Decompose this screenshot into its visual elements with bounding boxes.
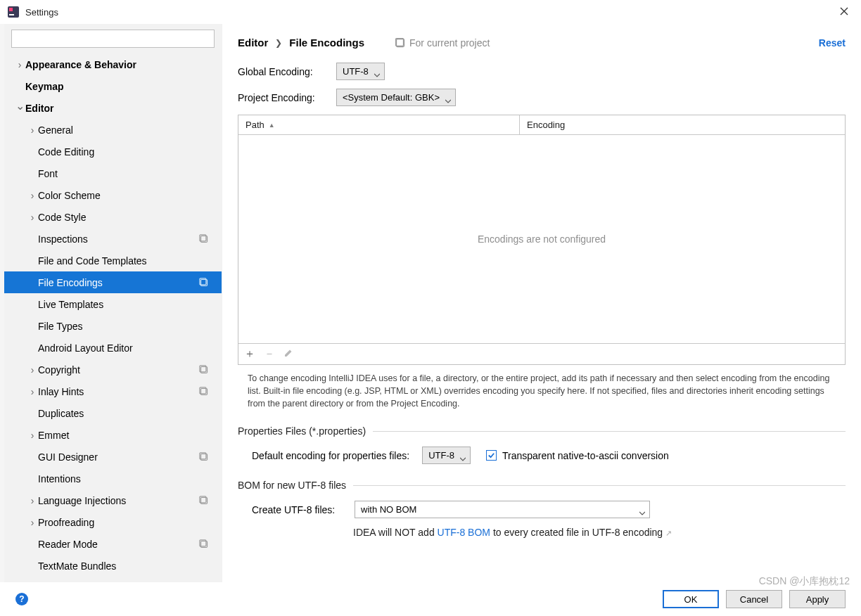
chevron-right-icon: › — [27, 212, 38, 223]
apply-button[interactable]: Apply — [789, 590, 846, 608]
sidebar-item-keymap[interactable]: Keymap — [4, 75, 222, 97]
breadcrumb-parent[interactable]: Editor — [238, 37, 268, 49]
sidebar-item-label: Intentions — [38, 473, 81, 485]
sidebar-item-label: File Types — [38, 321, 83, 332]
column-header-path[interactable]: Path ▲ — [238, 115, 520, 134]
sidebar-item-label: Emmet — [38, 430, 69, 441]
breadcrumb-separator-icon: ❯ — [275, 38, 282, 48]
sidebar-item-label: File and Code Templates — [38, 255, 147, 267]
global-encoding-label: Global Encoding: — [238, 66, 336, 77]
svg-rect-1 — [9, 8, 13, 11]
reset-link[interactable]: Reset — [819, 37, 846, 49]
create-utf8-label: Create UTF-8 files: — [252, 504, 342, 515]
sidebar-item-label: File Encodings — [38, 277, 103, 288]
settings-content: Editor ❯ File Encodings For current proj… — [222, 24, 861, 582]
project-scope-icon — [199, 278, 209, 288]
sidebar-item-duplicates[interactable]: Duplicates — [4, 402, 222, 424]
project-scope-icon — [199, 234, 209, 244]
sidebar-item-code-style[interactable]: ›Code Style — [4, 206, 222, 228]
sidebar-item-label: GUI Designer — [38, 451, 98, 463]
sidebar-item-inspections[interactable]: Inspections — [4, 228, 222, 250]
sidebar-item-label: Language Injections — [38, 495, 126, 506]
bom-info-text: IDEA will NOT add UTF-8 BOM to every cre… — [353, 527, 846, 538]
remove-button: － — [264, 347, 275, 361]
edit-button — [283, 348, 293, 361]
chevron-right-icon: › — [27, 386, 38, 397]
sidebar-item-reader-mode[interactable]: Reader Mode — [4, 533, 222, 555]
sidebar-item-textmate-bundles[interactable]: TextMate Bundles — [4, 555, 222, 577]
chevron-right-icon: › — [27, 190, 38, 201]
project-scope-icon — [199, 539, 209, 549]
external-link-icon: ↗ — [665, 529, 672, 537]
sidebar-item-editor[interactable]: ⌄Editor — [4, 97, 222, 119]
sidebar-item-label: Code Style — [38, 212, 86, 223]
sidebar-item-color-scheme[interactable]: ›Color Scheme — [4, 184, 222, 206]
sidebar-item-label: Proofreading — [38, 517, 94, 528]
sidebar-item-appearance-behavior[interactable]: ›Appearance & Behavior — [4, 53, 222, 75]
properties-section-header: Properties Files (*.properties) — [238, 425, 366, 437]
column-header-encoding[interactable]: Encoding — [520, 115, 845, 134]
settings-sidebar: ›Appearance & BehaviorKeymap⌄Editor›Gene… — [4, 24, 222, 582]
create-utf8-select[interactable]: with NO BOM — [355, 501, 650, 518]
sidebar-item-live-templates[interactable]: Live Templates — [4, 293, 222, 315]
dialog-footer: ? OK Cancel Apply — [0, 582, 861, 616]
project-scope-icon — [395, 38, 405, 48]
sidebar-item-label: General — [38, 124, 73, 136]
sort-asc-icon: ▲ — [269, 122, 275, 129]
project-scope-icon — [199, 496, 209, 506]
close-icon[interactable] — [834, 3, 854, 21]
sidebar-item-font[interactable]: Font — [4, 162, 222, 184]
sidebar-item-android-layout-editor[interactable]: Android Layout Editor — [4, 337, 222, 359]
sidebar-item-intentions[interactable]: Intentions — [4, 468, 222, 489]
properties-encoding-label: Default encoding for properties files: — [252, 450, 409, 461]
ok-button[interactable]: OK — [663, 590, 719, 608]
chevron-down-icon — [445, 96, 451, 101]
sidebar-item-label: Inspections — [38, 233, 88, 245]
encoding-description: To change encoding IntelliJ IDEA uses fo… — [238, 372, 846, 410]
sidebar-item-label: Code Editing — [38, 146, 94, 158]
chevron-right-icon: › — [27, 124, 38, 136]
chevron-down-icon — [460, 454, 466, 459]
cancel-button[interactable]: Cancel — [726, 590, 782, 608]
sidebar-item-label: Android Layout Editor — [38, 342, 133, 354]
utf8-bom-link[interactable]: UTF-8 BOM — [438, 527, 490, 538]
app-icon — [7, 6, 20, 18]
project-encoding-label: Project Encoding: — [238, 92, 336, 103]
sidebar-item-file-types[interactable]: File Types — [4, 315, 222, 337]
add-button[interactable]: ＋ — [244, 347, 255, 361]
sidebar-item-label: Color Scheme — [38, 190, 101, 201]
sidebar-item-code-editing[interactable]: Code Editing — [4, 141, 222, 162]
properties-encoding-select[interactable]: UTF-8 — [422, 447, 471, 464]
bom-section-header: BOM for new UTF-8 files — [238, 480, 346, 491]
sidebar-item-label: TextMate Bundles — [38, 560, 116, 572]
sidebar-item-gui-designer[interactable]: GUI Designer — [4, 446, 222, 468]
sidebar-item-file-encodings[interactable]: File Encodings — [4, 271, 222, 293]
sidebar-item-proofreading[interactable]: ›Proofreading — [4, 511, 222, 533]
transparent-ascii-checkbox[interactable] — [486, 450, 497, 461]
global-encoding-select[interactable]: UTF-8 — [336, 63, 385, 80]
sidebar-item-label: Font — [38, 168, 58, 179]
sidebar-item-label: Copyright — [38, 364, 80, 376]
sidebar-item-copyright[interactable]: ›Copyright — [4, 359, 222, 380]
chevron-down-icon: ⌄ — [14, 99, 25, 113]
help-button[interactable]: ? — [15, 593, 28, 605]
for-current-project-label: For current project — [395, 37, 490, 49]
project-encoding-select[interactable]: <System Default: GBK> — [336, 89, 456, 106]
chevron-right-icon: › — [27, 430, 38, 441]
sidebar-item-emmet[interactable]: ›Emmet — [4, 424, 222, 446]
encodings-table: Path ▲ Encoding Encodings are not config… — [238, 115, 846, 365]
sidebar-item-general[interactable]: ›General — [4, 119, 222, 141]
chevron-right-icon: › — [14, 59, 25, 70]
chevron-right-icon: › — [27, 517, 38, 528]
sidebar-item-inlay-hints[interactable]: ›Inlay Hints — [4, 380, 222, 402]
sidebar-item-language-injections[interactable]: ›Language Injections — [4, 489, 222, 511]
sidebar-item-label: Keymap — [25, 81, 63, 92]
chevron-down-icon — [374, 70, 380, 75]
sidebar-item-file-and-code-templates[interactable]: File and Code Templates — [4, 250, 222, 271]
window-title: Settings — [25, 7, 58, 18]
chevron-right-icon: › — [27, 495, 38, 506]
search-input[interactable] — [11, 30, 215, 48]
transparent-ascii-label: Transparent native-to-ascii conversion — [502, 450, 669, 461]
breadcrumb-current: File Encodings — [289, 37, 364, 49]
project-scope-icon — [199, 387, 209, 397]
